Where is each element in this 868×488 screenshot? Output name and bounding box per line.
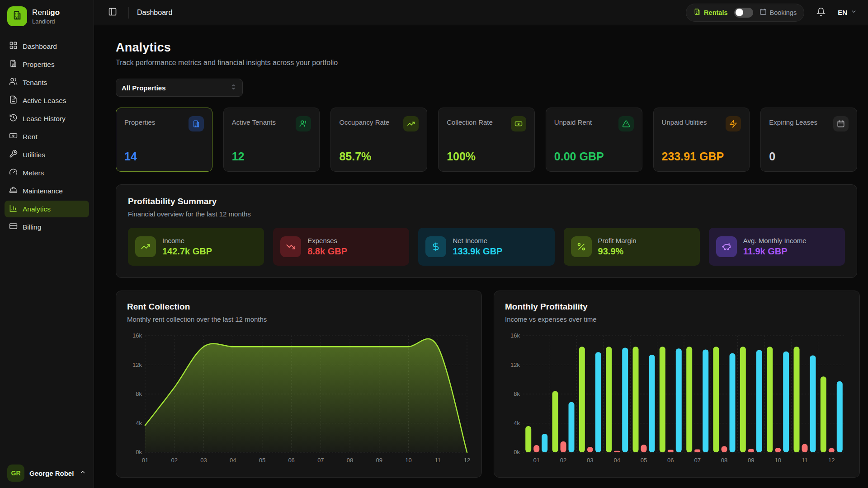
stat-label: Collection Rate — [447, 116, 493, 126]
building-icon — [9, 59, 18, 70]
stat-value: 85.7% — [339, 150, 419, 163]
stat-card-properties[interactable]: Properties 14 — [116, 108, 212, 172]
svg-text:8k: 8k — [514, 390, 520, 397]
stat-value: 100% — [447, 150, 526, 163]
sidebar-item-dashboard[interactable]: Dashboard — [5, 38, 89, 55]
svg-text:4k: 4k — [136, 420, 142, 427]
stat-value: 0.00 GBP — [554, 150, 634, 163]
sidebar-item-label: Meters — [23, 169, 44, 177]
sidebar-item-label: Rent — [23, 133, 38, 141]
banknote-icon — [511, 116, 526, 131]
brand-name: Rentigo — [32, 8, 60, 17]
mini-card-value: 142.7k GBP — [162, 246, 212, 257]
calendar-icon — [760, 8, 767, 17]
stat-card-unpaid-utilities[interactable]: Unpaid Utilities 233.91 GBP — [653, 108, 750, 172]
svg-text:16k: 16k — [510, 332, 520, 339]
monthly-profitability-chart-card: Monthly Profitability Income vs expenses… — [494, 291, 860, 478]
sidebar-item-utilities[interactable]: Utilities — [5, 146, 89, 163]
sidebar-item-billing[interactable]: Billing — [5, 219, 89, 235]
stat-value: 12 — [232, 150, 311, 163]
sidebar-item-label: Properties — [23, 61, 55, 69]
sidebar-item-analytics[interactable]: Analytics — [5, 201, 89, 217]
sidebar-item-maintenance[interactable]: Maintenance — [5, 183, 89, 199]
mode-rentals-label: Rentals — [704, 9, 727, 16]
brand-role: Landlord — [32, 18, 60, 25]
breadcrumb: Dashboard — [137, 9, 172, 17]
svg-text:12k: 12k — [132, 361, 142, 368]
sidebar-item-properties[interactable]: Properties — [5, 56, 89, 73]
sidebar-item-lease-history[interactable]: Lease History — [5, 110, 89, 127]
building-icon — [693, 8, 701, 17]
svg-text:11: 11 — [802, 457, 808, 464]
svg-text:08: 08 — [721, 457, 727, 464]
mode-bookings[interactable]: Bookings — [760, 8, 797, 17]
mode-switcher: Rentals Bookings — [686, 4, 804, 22]
svg-text:12: 12 — [828, 457, 835, 464]
page-subtitle: Track performance metrics and financial … — [116, 59, 857, 67]
chart-subtitle: Monthly rent collection over the last 12… — [127, 315, 471, 323]
mini-card-label: Income — [162, 237, 212, 244]
language-code: EN — [838, 9, 847, 16]
mini-card-value: 11.9k GBP — [743, 246, 807, 257]
svg-text:06: 06 — [288, 457, 294, 464]
mode-toggle[interactable] — [734, 8, 753, 18]
stat-label: Active Tenants — [232, 116, 276, 126]
stat-card-expiring-leases[interactable]: Expiring Leases 0 — [760, 108, 857, 172]
svg-text:02: 02 — [560, 457, 566, 464]
users-icon — [296, 116, 311, 131]
trending-down-icon — [280, 236, 301, 257]
sidebar-toggle-button[interactable] — [105, 5, 120, 20]
chevron-up-icon — [79, 469, 86, 478]
avg-monthly-income-card: Avg. Monthly Income 11.9k GBP — [709, 228, 845, 266]
dollar-sign-icon — [425, 236, 446, 257]
stat-label: Unpaid Utilities — [662, 116, 707, 126]
topbar: Dashboard Rentals Bookings — [94, 0, 868, 25]
chart-title: Rent Collection — [127, 302, 471, 312]
notifications-button[interactable] — [813, 5, 829, 20]
sidebar-item-meters[interactable]: Meters — [5, 164, 89, 181]
building-icon — [189, 116, 204, 131]
stat-label: Expiring Leases — [769, 116, 817, 126]
mini-card-value: 93.9% — [598, 246, 637, 257]
property-filter-value: All Properties — [122, 84, 166, 92]
sidebar-item-label: Tenants — [23, 79, 47, 87]
svg-text:01: 01 — [533, 457, 539, 464]
users-icon — [9, 77, 18, 88]
expenses-card: Expenses 8.8k GBP — [273, 228, 409, 266]
toggle-knob — [736, 9, 743, 16]
panel-title: Profitability Summary — [128, 197, 845, 206]
percent-icon — [571, 236, 592, 257]
app-root: Rentigo Landlord Dashboard Properties Te… — [0, 0, 868, 488]
mode-rentals[interactable]: Rentals — [693, 8, 727, 17]
mode-bookings-label: Bookings — [770, 9, 797, 16]
profitability-cards: Income 142.7k GBP Expenses 8.8k GBP Net … — [128, 228, 845, 266]
stat-card-active-tenants[interactable]: Active Tenants 12 — [223, 108, 320, 172]
stat-value: 14 — [124, 150, 204, 163]
sidebar-item-rent[interactable]: Rent — [5, 128, 89, 145]
property-filter-select[interactable]: All Properties — [116, 79, 243, 97]
credit-card-icon — [9, 222, 18, 232]
mini-card-label: Profit Margin — [598, 237, 637, 244]
alert-triangle-icon — [618, 116, 634, 131]
stat-card-occupancy-rate[interactable]: Occupancy Rate 85.7% — [330, 108, 427, 172]
sidebar-item-active-leases[interactable]: Active Leases — [5, 92, 89, 109]
sidebar-item-label: Utilities — [23, 151, 45, 159]
sidebar-item-label: Dashboard — [23, 42, 57, 51]
bar-chart-icon — [9, 204, 18, 214]
hard-hat-icon — [9, 186, 18, 196]
panel-left-icon — [108, 7, 117, 18]
stat-card-unpaid-rent[interactable]: Unpaid Rent 0.00 GBP — [546, 108, 642, 172]
sidebar-item-tenants[interactable]: Tenants — [5, 74, 89, 91]
file-text-icon — [9, 95, 18, 106]
svg-text:09: 09 — [376, 457, 382, 464]
svg-text:4k: 4k — [514, 420, 520, 427]
stat-label: Unpaid Rent — [554, 116, 592, 126]
svg-text:08: 08 — [347, 457, 353, 464]
svg-text:03: 03 — [587, 457, 593, 464]
avatar: GR — [7, 465, 24, 482]
language-selector[interactable]: EN — [838, 8, 857, 17]
charts-row: Rent Collection Monthly rent collection … — [116, 291, 857, 478]
history-icon — [9, 113, 18, 124]
user-menu[interactable]: GR George Robel — [0, 458, 94, 488]
stat-card-collection-rate[interactable]: Collection Rate 100% — [438, 108, 535, 172]
